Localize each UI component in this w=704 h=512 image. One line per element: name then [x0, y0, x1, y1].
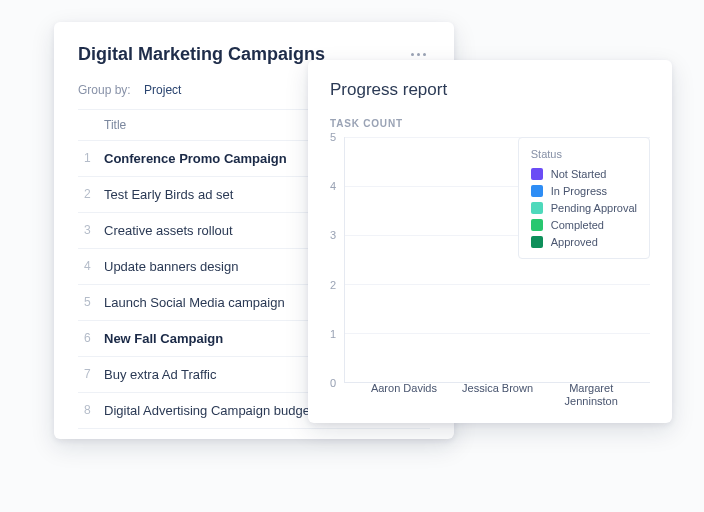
legend-label: Approved	[551, 236, 598, 248]
x-label: Aaron Davids	[367, 382, 441, 408]
legend-label: Completed	[551, 219, 604, 231]
row-index: 5	[78, 285, 98, 321]
legend-swatch	[531, 168, 543, 180]
row-index: 8	[78, 393, 98, 429]
legend-item[interactable]: Not Started	[531, 168, 637, 180]
row-index: 2	[78, 177, 98, 213]
legend-label: In Progress	[551, 185, 607, 197]
chart-axis-label: TASK COUNT	[330, 118, 650, 129]
chart-wrap: Status Not StartedIn ProgressPending App…	[330, 137, 650, 409]
groupby-value[interactable]: Project	[144, 83, 181, 97]
legend-item[interactable]: Approved	[531, 236, 637, 248]
legend-item[interactable]: Completed	[531, 219, 637, 231]
x-axis-labels: Aaron DavidsJessica BrownMargaret Jennin…	[345, 382, 650, 408]
legend-box: Status Not StartedIn ProgressPending App…	[518, 137, 650, 259]
col-index	[78, 110, 98, 141]
row-index: 1	[78, 141, 98, 177]
more-icon[interactable]	[407, 49, 430, 60]
legend-label: Not Started	[551, 168, 607, 180]
row-index: 4	[78, 249, 98, 285]
row-index: 3	[78, 213, 98, 249]
groupby-label: Group by:	[78, 83, 131, 97]
legend-swatch	[531, 219, 543, 231]
row-index: 6	[78, 321, 98, 357]
legend-swatch	[531, 202, 543, 214]
legend-item[interactable]: In Progress	[531, 185, 637, 197]
report-title: Progress report	[330, 80, 650, 100]
legend-swatch	[531, 236, 543, 248]
row-index: 7	[78, 357, 98, 393]
card-title: Digital Marketing Campaigns	[78, 44, 325, 65]
y-axis: 543210	[330, 137, 344, 409]
progress-report-card: Progress report TASK COUNT Status Not St…	[308, 60, 672, 423]
legend-swatch	[531, 185, 543, 197]
legend-item[interactable]: Pending Approval	[531, 202, 637, 214]
legend-title: Status	[531, 148, 637, 160]
x-label: Margaret Jenninston	[554, 382, 628, 408]
x-label: Jessica Brown	[461, 382, 535, 408]
legend-label: Pending Approval	[551, 202, 637, 214]
